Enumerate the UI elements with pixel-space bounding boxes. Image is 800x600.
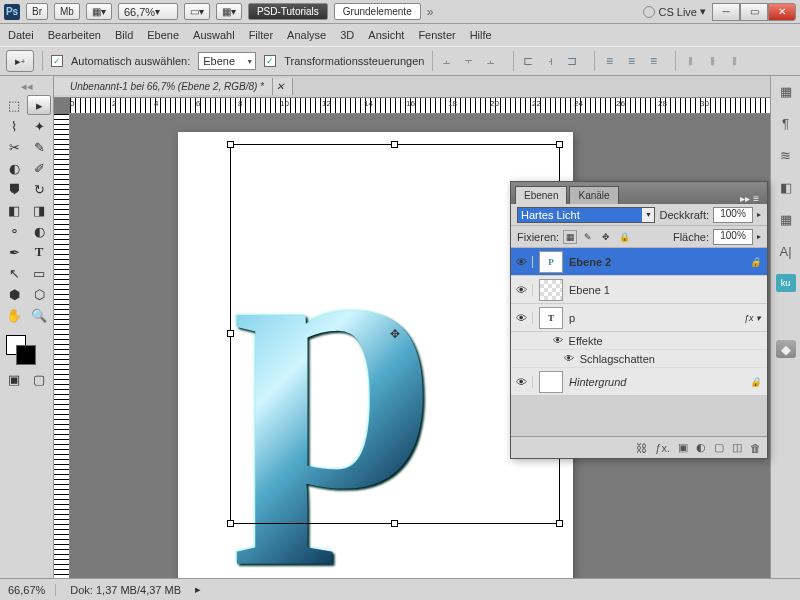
close-button[interactable]: ✕ — [768, 3, 796, 21]
visibility-toggle[interactable]: 👁 — [511, 256, 533, 268]
fill-flyout[interactable]: ▸ — [757, 232, 761, 241]
dist-bottom-icon[interactable]: ≡ — [643, 51, 663, 71]
lock-pixels-button[interactable]: ✎ — [581, 230, 595, 244]
paragraph-panel-icon[interactable]: ¶ — [776, 114, 796, 132]
menu-hilfe[interactable]: Hilfe — [470, 29, 492, 41]
path-tool[interactable]: ↖ — [2, 263, 26, 283]
layer-name[interactable]: Ebene 1 — [569, 284, 610, 296]
panel-flyout-menu[interactable]: ▸▸ ≡ — [736, 193, 763, 204]
healing-tool[interactable]: ◐ — [2, 158, 26, 178]
maximize-button[interactable]: ▭ — [740, 3, 768, 21]
crop-tool[interactable]: ✂ — [2, 137, 26, 157]
effects-row[interactable]: 👁 Effekte — [511, 332, 767, 350]
tab-kanaele[interactable]: Kanäle — [569, 186, 618, 204]
opacity-flyout[interactable]: ▸ — [757, 210, 761, 219]
menu-auswahl[interactable]: Auswahl — [193, 29, 235, 41]
blend-mode-dropdown[interactable]: Hartes Licht — [517, 207, 655, 223]
document-tab[interactable]: Unbenannt-1 bei 66,7% (Ebene 2, RGB/8) *… — [54, 78, 293, 95]
stamp-tool[interactable]: ⛊ — [2, 179, 26, 199]
layer-ebene-1[interactable]: 👁 Ebene 1 — [511, 276, 767, 304]
fx-button[interactable]: ƒx. — [655, 442, 670, 454]
dist-left-icon[interactable]: ⦀ — [680, 51, 700, 71]
eyedropper-tool[interactable]: ✎ — [27, 137, 51, 157]
visibility-toggle[interactable]: 👁 — [511, 312, 533, 324]
workspace-tab-dark[interactable]: PSD-Tutorials — [248, 3, 328, 20]
auto-select-dropdown[interactable]: Ebene — [198, 52, 256, 70]
arrange-button[interactable]: ▦▾ — [86, 3, 112, 20]
menu-fenster[interactable]: Fenster — [418, 29, 455, 41]
delete-layer-button[interactable]: 🗑 — [750, 442, 761, 454]
align-bottom-icon[interactable]: ⫠ — [481, 51, 501, 71]
visibility-toggle[interactable]: 👁 — [511, 284, 533, 296]
eraser-tool[interactable]: ◧ — [2, 200, 26, 220]
menu-bild[interactable]: Bild — [115, 29, 133, 41]
lasso-tool[interactable]: ⌇ — [2, 116, 26, 136]
dist-right-icon[interactable]: ⦀ — [724, 51, 744, 71]
quickmask-button[interactable]: ▣ — [2, 369, 26, 389]
pen-tool[interactable]: ✒ — [2, 242, 26, 262]
opacity-field[interactable]: 100% — [713, 207, 753, 223]
swatches-panel-icon[interactable]: ▦ — [776, 210, 796, 228]
menu-ebene[interactable]: Ebene — [147, 29, 179, 41]
extras-button[interactable]: ▦▾ — [216, 3, 242, 20]
layer-name[interactable]: p — [569, 312, 575, 324]
layer-p-text[interactable]: 👁 T p ƒx ▾ — [511, 304, 767, 332]
minibridge-button[interactable]: Mb — [54, 3, 80, 20]
layer-name[interactable]: Ebene 2 — [569, 256, 611, 268]
align-hcenter-icon[interactable]: ⫞ — [540, 51, 560, 71]
dodge-tool[interactable]: ◐ — [27, 221, 51, 241]
layers-panel-icon[interactable]: ◆ — [776, 340, 796, 358]
adjustment-button[interactable]: ◐ — [696, 441, 706, 454]
cs-live-button[interactable]: CS Live ▾ — [643, 5, 706, 18]
fx-badge[interactable]: ƒx ▾ — [744, 313, 761, 323]
kuler-panel-icon[interactable]: ku — [776, 274, 796, 292]
text-layer-icon[interactable]: T — [539, 307, 563, 329]
new-layer-button[interactable]: ◫ — [732, 441, 742, 454]
blur-tool[interactable]: ⚬ — [2, 221, 26, 241]
menu-ansicht[interactable]: Ansicht — [368, 29, 404, 41]
drop-shadow-row[interactable]: 👁 Schlagschatten — [511, 350, 767, 368]
minimize-button[interactable]: ─ — [712, 3, 740, 21]
character-panel-icon[interactable]: A| — [776, 242, 796, 260]
tab-ebenen[interactable]: Ebenen — [515, 186, 567, 204]
workspace-tab-light[interactable]: Grundelemente — [334, 3, 421, 20]
layer-name[interactable]: Hintergrund — [569, 376, 626, 388]
menu-filter[interactable]: Filter — [249, 29, 273, 41]
layer-thumbnail[interactable] — [539, 371, 563, 393]
current-tool-icon[interactable]: ▸+ — [6, 50, 34, 72]
gradient-tool[interactable]: ◨ — [27, 200, 51, 220]
move-tool[interactable]: ▸ — [27, 95, 51, 115]
lock-all-button[interactable]: 🔒 — [617, 230, 631, 244]
layer-ebene-2[interactable]: 👁 P Ebene 2 🔒 — [511, 248, 767, 276]
visibility-toggle[interactable]: 👁 — [511, 376, 533, 388]
ruler-vertical[interactable] — [54, 114, 70, 578]
transform-controls-checkbox[interactable]: ✓ — [264, 55, 276, 67]
layer-hintergrund[interactable]: 👁 Hintergrund 🔒 — [511, 368, 767, 396]
type-tool[interactable]: T — [27, 242, 51, 262]
mask-button[interactable]: ▣ — [678, 441, 688, 454]
ruler-horizontal[interactable]: 024681012141618202224262830 — [70, 98, 770, 114]
group-button[interactable]: ▢ — [714, 441, 724, 454]
marquee-tool[interactable]: ⬚ — [2, 95, 26, 115]
screenmode-button[interactable]: ▢ — [27, 369, 51, 389]
history-brush-tool[interactable]: ↻ — [27, 179, 51, 199]
layer-thumbnail[interactable]: P — [539, 251, 563, 273]
camera-tool[interactable]: ⬡ — [27, 284, 51, 304]
hand-tool[interactable]: ✋ — [2, 305, 26, 325]
dist-vcenter-icon[interactable]: ≡ — [621, 51, 641, 71]
align-right-icon[interactable]: ⊐ — [562, 51, 582, 71]
fill-field[interactable]: 100% — [713, 229, 753, 245]
toolbox-collapse[interactable]: ◂◂ — [2, 80, 51, 93]
color-panel-icon[interactable]: ◧ — [776, 178, 796, 196]
status-zoom[interactable]: 66,67% — [8, 584, 56, 596]
align-top-icon[interactable]: ⫠ — [437, 51, 457, 71]
color-swatches[interactable] — [2, 333, 51, 369]
more-workspaces[interactable]: » — [427, 5, 434, 19]
lock-transparency-button[interactable]: ▦ — [563, 230, 577, 244]
bridge-button[interactable]: Br — [26, 3, 48, 20]
layers-panel[interactable]: Ebenen Kanäle ▸▸ ≡ Hartes Licht Deckkraf… — [510, 181, 768, 459]
menu-bearbeiten[interactable]: Bearbeiten — [48, 29, 101, 41]
screen-mode-button[interactable]: ▭▾ — [184, 3, 210, 20]
dist-top-icon[interactable]: ≡ — [599, 51, 619, 71]
link-layers-button[interactable]: ⛓ — [636, 442, 647, 454]
